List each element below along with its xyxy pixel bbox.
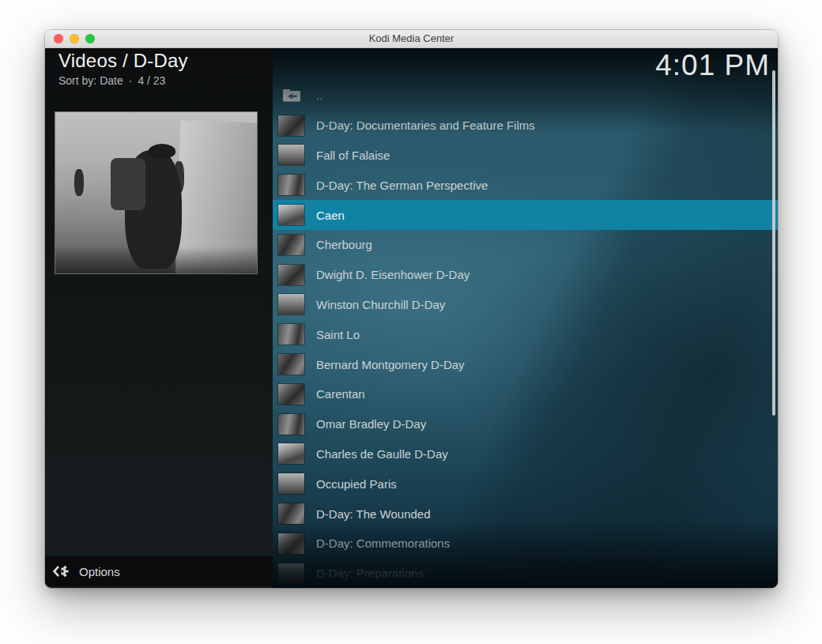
breadcrumb-header: Videos / D-Day Sort by: Date·4 / 23	[58, 50, 188, 87]
poster-backpack-shape	[111, 158, 145, 210]
list-item-parent-folder[interactable]: ..	[273, 81, 778, 111]
window-titlebar[interactable]: Kodi Media Center	[45, 30, 778, 48]
video-thumbnail	[278, 265, 304, 285]
desktop: Kodi Media Center Videos / D-Day Sort by…	[0, 0, 822, 644]
separator-dot: ·	[129, 74, 133, 87]
video-thumbnail	[278, 115, 304, 136]
list-item-label: D-Day: Documentaries and Feature Films	[316, 119, 535, 132]
video-thumbnail	[278, 145, 304, 165]
window-content: Videos / D-Day Sort by: Date·4 / 23	[45, 48, 778, 588]
list-item[interactable]: Cherbourg	[273, 230, 778, 260]
minimize-button[interactable]	[70, 34, 79, 43]
poster-figure-shape	[74, 169, 84, 196]
list-item[interactable]: Saint Lo	[273, 319, 778, 349]
list-item[interactable]: Fall of Falaise	[273, 141, 778, 171]
poster-helmet-shape	[149, 144, 175, 158]
video-thumbnail	[278, 414, 304, 435]
left-panel: Videos / D-Day Sort by: Date·4 / 23	[45, 48, 273, 588]
list-item-label: Winston Churchill D-Day	[316, 298, 445, 311]
sort-info: Sort by: Date·4 / 23	[58, 74, 188, 87]
list-item-label: Bernard Montgomery D-Day	[316, 358, 465, 371]
list-item-label: ..	[316, 89, 322, 102]
video-list: .. D-Day: Documentaries and Feature Film…	[273, 81, 778, 588]
list-item-label: D-Day: The German Perspective	[316, 179, 488, 192]
list-item-label: Cherbourg	[316, 238, 372, 251]
list-item-label: Fall of Falaise	[316, 149, 390, 162]
list-item-label: Charles de Gaulle D-Day	[316, 447, 448, 461]
video-thumbnail	[278, 205, 304, 225]
list-item-label: Omar Bradley D-Day	[316, 417, 426, 431]
video-thumbnail	[278, 503, 304, 524]
page-title: Videos / D-Day	[58, 50, 188, 72]
close-button[interactable]	[54, 34, 63, 43]
options-label: Options	[79, 565, 120, 578]
video-thumbnail	[278, 175, 304, 195]
list-item[interactable]: D-Day: Documentaries and Feature Films	[273, 111, 778, 141]
list-item-label: Saint Lo	[316, 328, 360, 341]
options-button[interactable]: Options	[45, 556, 273, 586]
list-item-label: Caen	[316, 209, 345, 222]
list-item[interactable]: D-Day: Preparations	[273, 559, 778, 588]
kodi-window: Kodi Media Center Videos / D-Day Sort by…	[45, 30, 778, 588]
list-item[interactable]: Carentan	[273, 379, 778, 409]
clock: 4:01 PM	[655, 49, 770, 82]
video-thumbnail	[278, 563, 304, 584]
list-item-label: Occupied Paris	[316, 477, 397, 491]
window-title: Kodi Media Center	[45, 30, 778, 47]
video-thumbnail	[278, 354, 304, 375]
sort-by-label: Sort by: Date	[58, 74, 123, 87]
item-position: 4 / 23	[138, 74, 165, 87]
video-thumbnail	[278, 384, 304, 405]
list-item[interactable]: Omar Bradley D-Day	[273, 409, 778, 439]
sidebar-options-icon	[52, 563, 70, 579]
list-item[interactable]: D-Day: Commemorations	[273, 529, 778, 559]
poster-image	[55, 112, 257, 273]
list-item[interactable]: Winston Churchill D-Day	[273, 290, 778, 320]
list-item[interactable]: Occupied Paris	[273, 469, 778, 499]
list-item-label: Carentan	[316, 387, 365, 401]
list-item[interactable]: Bernard Montgomery D-Day	[273, 349, 778, 379]
video-thumbnail	[278, 473, 304, 494]
list-item[interactable]: D-Day: The German Perspective	[273, 170, 778, 200]
list-item-label: D-Day: The Wounded	[316, 507, 431, 521]
list-item-label: D-Day: Preparations	[316, 567, 424, 580]
video-thumbnail	[278, 324, 304, 345]
list-item-label: D-Day: Commemorations	[316, 537, 450, 550]
poster-ground-shape	[55, 247, 257, 273]
list-item-label: Dwight D. Eisenhower D-Day	[316, 268, 469, 281]
video-thumbnail	[278, 235, 304, 255]
zoom-button[interactable]	[85, 34, 95, 43]
traffic-lights	[54, 34, 95, 43]
video-thumbnail	[278, 294, 304, 314]
video-thumbnail	[278, 533, 304, 554]
list-item[interactable]: Charles de Gaulle D-Day	[273, 439, 778, 469]
list-item[interactable]: D-Day: The Wounded	[273, 499, 778, 529]
folder-up-icon	[282, 89, 301, 103]
list-item[interactable]: Dwight D. Eisenhower D-Day	[273, 260, 778, 290]
list-scrollbar[interactable]	[772, 70, 775, 416]
list-item-selected[interactable]: Caen	[273, 200, 778, 230]
video-thumbnail	[278, 443, 304, 464]
video-list-panel: 4:01 PM ..	[273, 48, 778, 588]
